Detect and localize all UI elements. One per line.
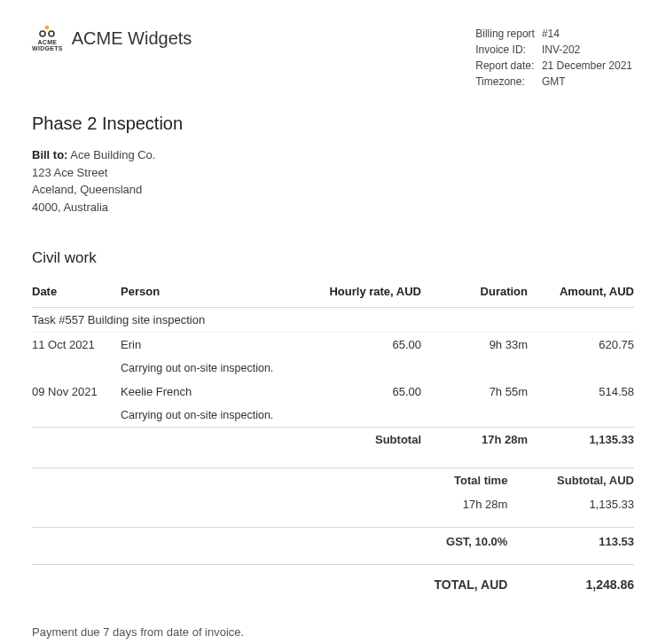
task-title: Task #557 Building site inspection xyxy=(32,308,634,333)
report-date-label: Report date: xyxy=(475,59,540,73)
col-duration: Duration xyxy=(421,278,528,308)
bill-to-street: 123 Ace Street xyxy=(32,164,634,182)
entry-date: 09 Nov 2021 xyxy=(32,380,121,404)
col-person: Person xyxy=(121,278,306,308)
invoice-id-value: INV-202 xyxy=(542,43,632,57)
table-row-desc: Carrying out on-site inspection. xyxy=(32,404,634,428)
entry-duration: 9h 33m xyxy=(421,333,528,357)
header: ACME WIDGETS ACME Widgets Billing report… xyxy=(32,25,634,90)
svg-point-2 xyxy=(49,31,54,36)
bill-to-name: Ace Building Co. xyxy=(70,148,155,161)
entry-desc: Carrying out on-site inspection. xyxy=(121,357,634,380)
subtotal-duration: 17h 28m xyxy=(421,428,528,452)
brand-block: ACME WIDGETS ACME Widgets xyxy=(32,25,192,51)
subtotal-row: Subtotal 17h 28m 1,135.33 xyxy=(32,428,634,452)
logo-text-1: ACME xyxy=(37,39,57,45)
section-title: Civil work xyxy=(32,249,634,267)
project-title: Phase 2 Inspection xyxy=(32,114,634,134)
col-rate: Hourly rate, AUD xyxy=(306,278,421,308)
bill-to-block: Bill to: Ace Building Co. 123 Ace Street… xyxy=(32,146,634,216)
footer-note: Payment due 7 days from date of invoice. xyxy=(32,625,634,639)
entry-amount: 514.58 xyxy=(528,380,634,404)
total-value: 1,248.86 xyxy=(507,565,634,605)
timezone-label: Timezone: xyxy=(475,75,540,89)
entry-rate: 65.00 xyxy=(306,380,421,404)
table-row: 09 Nov 2021 Keelie French 65.00 7h 55m 5… xyxy=(32,380,634,404)
table-row-desc: Carrying out on-site inspection. xyxy=(32,357,634,380)
invoice-id-label: Invoice ID: xyxy=(475,43,540,57)
bill-to-city: Aceland, Queensland xyxy=(32,181,634,199)
svg-point-1 xyxy=(40,31,45,36)
billing-report-label: Billing report xyxy=(475,27,540,41)
billing-report-value: #14 xyxy=(542,27,632,41)
svg-point-0 xyxy=(45,26,50,30)
company-name: ACME Widgets xyxy=(72,28,192,49)
subtotal-aud-label: Subtotal, AUD xyxy=(507,468,634,493)
gst-value: 113.53 xyxy=(507,528,634,565)
total-label: TOTAL, AUD xyxy=(381,565,508,605)
bill-to-postal: 4000, Australia xyxy=(32,199,634,216)
logo: ACME WIDGETS xyxy=(32,25,63,51)
entry-person: Erin xyxy=(121,333,306,357)
line-items-table: Date Person Hourly rate, AUD Duration Am… xyxy=(32,278,634,452)
table-row: 11 Oct 2021 Erin 65.00 9h 33m 620.75 xyxy=(32,333,634,357)
task-row: Task #557 Building site inspection xyxy=(32,308,634,333)
col-amount: Amount, AUD xyxy=(528,278,634,308)
logo-text-2: WIDGETS xyxy=(32,45,63,51)
entry-rate: 65.00 xyxy=(306,333,421,357)
entry-amount: 620.75 xyxy=(528,333,634,357)
bill-to-label: Bill to: xyxy=(32,148,67,161)
entry-person: Keelie French xyxy=(121,380,306,404)
entry-desc: Carrying out on-site inspection. xyxy=(121,404,634,428)
entry-duration: 7h 55m xyxy=(421,380,528,404)
subtotal-label: Subtotal xyxy=(306,428,421,452)
subtotal-aud-value: 1,135.33 xyxy=(507,492,634,528)
report-date-value: 21 December 2021 xyxy=(542,59,632,73)
totals-block: Total time Subtotal, AUD 17h 28m 1,135.3… xyxy=(32,467,634,604)
gst-label: GST, 10.0% xyxy=(381,528,508,565)
entry-date: 11 Oct 2021 xyxy=(32,333,121,357)
subtotal-amount: 1,135.33 xyxy=(528,428,634,452)
total-time-value: 17h 28m xyxy=(381,492,508,528)
timezone-value: GMT xyxy=(542,75,632,89)
total-time-label: Total time xyxy=(381,468,508,493)
report-meta: Billing report #14 Invoice ID: INV-202 R… xyxy=(474,25,634,90)
acme-logo-icon xyxy=(37,25,57,37)
col-date: Date xyxy=(32,278,121,308)
